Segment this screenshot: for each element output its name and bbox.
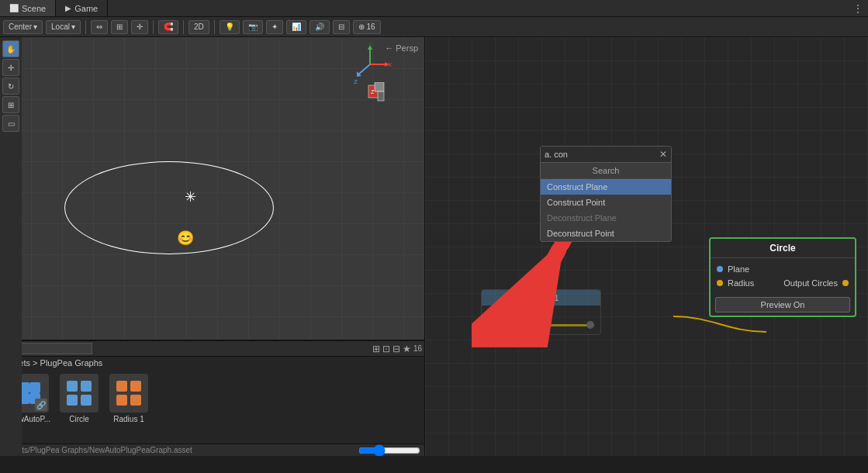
svg-rect-20 [81,395,92,406]
toolbar-sep3 [183,20,184,34]
svg-rect-11 [378,91,384,101]
assets-path: Assets/PlugPea Graphs/NewAutoPlugPeaGrap… [5,446,192,454]
port-dot-radius [717,280,723,286]
asset-item-circle[interactable]: Circle [56,374,102,423]
game-icon: ▶ [65,4,71,12]
scene-panel: ✋ ✛ ↻ ⊞ ▭ Y [0,37,425,456]
tool-rect[interactable]: ▭ [2,115,19,132]
grid-btn[interactable]: ⊟ [333,20,350,34]
port-dot-plane [717,266,723,272]
svg-text:Z: Z [371,89,375,95]
asset-item-radius1[interactable]: Radius 1 [105,374,152,423]
persp-label: ← Persp [385,43,418,53]
svg-rect-19 [67,395,78,406]
assets-icon4[interactable]: ★ [403,344,411,354]
scene-tools-sidebar: ✋ ✛ ↻ ⊞ ▭ [0,37,22,456]
node-preview-btn[interactable]: Preview On [715,297,850,312]
node-port-radius-row: Radius Output Circles [717,276,849,290]
port-label-plane: Plane [728,264,749,274]
node-circle-header: Circle [711,239,855,258]
asset-label-radius1: Radius 1 [113,415,144,423]
svg-rect-17 [67,381,78,392]
scene-sun-icon: ✳ [185,188,196,205]
assets-icon3[interactable]: ⊟ [393,344,400,354]
search-input[interactable] [545,150,656,159]
main-area: ✋ ✛ ↻ ⊞ ▭ Y [0,37,868,456]
node-lock-checkbox[interactable] [488,310,497,319]
node-port-plane-row: Plane [717,262,849,276]
assets-panel: 🔍 ⊞ ⊡ ⊟ ★ 16 Assets > PlugPea Graphs [0,340,425,456]
node-radius1: Radius 1 Lock [481,289,601,335]
transform-btn[interactable]: ⇔ [91,20,108,34]
dropdown-icon: ▾ [33,22,37,31]
search-label: Search [541,163,671,179]
node-circle: Circle Plane Radius Output Circles Previ… [709,237,856,317]
svg-line-4 [358,64,370,74]
fx-btn[interactable]: ✦ [266,20,283,34]
svg-rect-22 [130,381,141,392]
rect-btn[interactable]: ⊞ [111,20,128,34]
center-label: Center [9,22,32,31]
node-slider-row [488,323,594,330]
audio-btn[interactable]: 🔊 [310,20,330,34]
tab-scene[interactable]: ⬜ Scene [0,0,56,16]
light-btn[interactable]: 💡 [220,20,240,34]
svg-text:Y: Y [368,43,373,46]
svg-rect-10 [375,82,384,91]
local-btn[interactable]: Local ▾ [46,20,81,34]
camera-btn[interactable]: 📷 [243,20,263,34]
search-dropdown: ✕ Search Construct Plane Construct Point… [540,146,672,242]
tab-game[interactable]: ▶ Game [56,0,108,16]
anim-btn[interactable]: 📊 [286,20,306,34]
svg-rect-14 [29,382,40,393]
assets-grid: 🔗 NewAutoP... Circle [0,369,425,428]
port-label-output: Output Circles [783,278,838,288]
snap-btn[interactable]: 🧲 [158,20,178,34]
toolbar: Center ▾ Local ▾ ⇔ ⊞ ✛ 🧲 2D 💡 📷 ✦ 📊 🔊 ⊟ … [0,17,868,37]
assets-toolbar: 🔍 ⊞ ⊡ ⊟ ★ 16 [0,341,425,357]
port-dot-output [842,280,849,286]
svg-rect-21 [116,381,127,392]
tool-hand[interactable]: ✋ [2,40,19,57]
slider-thumb [532,321,540,329]
search-result-deconstruct-plane[interactable]: Deconstruct Plane [541,210,671,226]
node-radius1-body: Lock [482,306,600,334]
move-btn[interactable]: ✛ [131,20,148,34]
layers-btn[interactable]: ⊕ 16 [353,20,381,34]
assets-icon1[interactable]: ⊞ [372,344,380,354]
tool-move[interactable]: ✛ [2,59,19,76]
assets-zoom-slider[interactable] [358,447,420,454]
search-result-deconstruct-point[interactable]: Deconstruct Point [541,226,671,241]
svg-text:X: X [388,61,392,68]
local-label: Local [51,22,70,31]
top-tabs-bar: ⬜ Scene ▶ Game ⋮ [0,0,868,17]
toolbar-sep4 [214,20,215,34]
slider-thumb-end [586,321,594,329]
node-lock-label: Lock [502,311,518,319]
center-btn[interactable]: Center ▾ [3,20,43,34]
assets-num: 16 [413,344,422,353]
tool-rotate[interactable]: ↻ [2,78,19,95]
toolbar-sep2 [153,20,154,34]
svg-rect-18 [81,381,92,392]
assets-icon2[interactable]: ⊡ [382,344,390,354]
more-options-icon[interactable]: ⋮ [852,2,863,15]
svg-rect-23 [116,395,127,406]
toolbar-sep1 [85,20,86,34]
mode-2d-btn[interactable]: 2D [188,20,209,34]
node-slider[interactable] [488,324,594,326]
node-editor-panel: ℹ Inspector NewAutoPlugPeaGraph ✕ Search… [425,37,868,456]
tool-scale[interactable]: ⊞ [2,96,19,113]
search-close-btn[interactable]: ✕ [659,149,667,160]
tab-scene-label: Scene [22,4,46,13]
cube-gizmo: Z [365,82,387,104]
assets-search-input[interactable] [15,343,92,354]
assets-bottom-bar: Assets/PlugPea Graphs/NewAutoPlugPeaGrap… [0,444,425,456]
asset-icon-circle [60,374,99,413]
search-result-construct-plane[interactable]: Construct Plane [541,179,671,195]
scene-smiley-icon: 😊 [177,230,194,247]
scene-circle-ellipse [64,161,274,254]
svg-text:Z: Z [354,78,358,85]
search-result-construct-point[interactable]: Construct Point [541,195,671,210]
asset-label-circle: Circle [69,415,89,423]
